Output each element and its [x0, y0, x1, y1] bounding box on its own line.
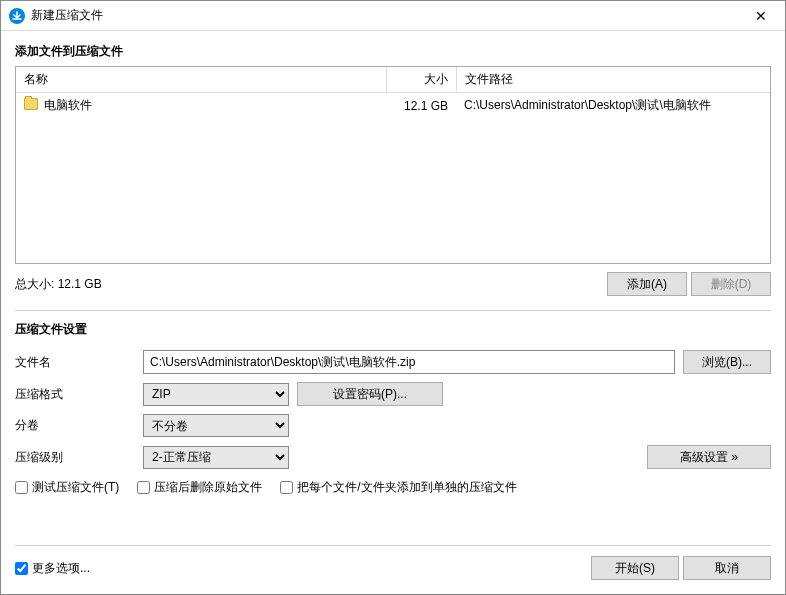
file-name-text: 电脑软件	[44, 98, 92, 112]
split-select[interactable]: 不分卷	[143, 414, 289, 437]
cancel-button[interactable]: 取消	[683, 556, 771, 580]
start-button[interactable]: 开始(S)	[591, 556, 679, 580]
format-select[interactable]: ZIP	[143, 383, 289, 406]
set-password-button[interactable]: 设置密码(P)...	[297, 382, 443, 406]
level-select[interactable]: 2-正常压缩	[143, 446, 289, 469]
file-list[interactable]: 名称 大小 文件路径 电脑软件 12.1 GB C:\Users\Adminis…	[15, 66, 771, 264]
more-options-input[interactable]	[15, 562, 28, 575]
file-list-header: 名称 大小 文件路径	[16, 67, 770, 93]
remove-button: 删除(D)	[691, 272, 771, 296]
file-row[interactable]: 电脑软件 12.1 GB C:\Users\Administrator\Desk…	[16, 93, 770, 119]
filename-input[interactable]	[143, 350, 675, 374]
app-icon	[9, 8, 25, 24]
delete-source-checkbox[interactable]: 压缩后删除原始文件	[137, 479, 262, 496]
file-path: C:\Users\Administrator\Desktop\测试\电脑软件	[456, 93, 770, 119]
window-title: 新建压缩文件	[31, 7, 741, 24]
test-archive-label: 测试压缩文件(T)	[32, 479, 119, 496]
test-archive-input[interactable]	[15, 481, 28, 494]
file-size: 12.1 GB	[386, 93, 456, 119]
dialog-footer: 更多选项... 开始(S) 取消	[1, 535, 785, 594]
titlebar: 新建压缩文件 ✕	[1, 1, 785, 31]
delete-source-input[interactable]	[137, 481, 150, 494]
col-size-header[interactable]: 大小	[386, 67, 456, 93]
divider	[15, 310, 771, 311]
folder-icon	[24, 98, 38, 110]
separate-archives-label: 把每个文件/文件夹添加到单独的压缩文件	[297, 479, 516, 496]
col-name-header[interactable]: 名称	[16, 67, 386, 93]
format-label: 压缩格式	[15, 386, 135, 403]
total-size-label: 总大小: 12.1 GB	[15, 276, 603, 293]
level-label: 压缩级别	[15, 449, 135, 466]
browse-button[interactable]: 浏览(B)...	[683, 350, 771, 374]
col-path-header[interactable]: 文件路径	[456, 67, 770, 93]
footer-divider	[15, 545, 771, 546]
settings-header: 压缩文件设置	[15, 321, 771, 338]
advanced-button[interactable]: 高级设置 »	[647, 445, 771, 469]
split-label: 分卷	[15, 417, 135, 434]
separate-archives-input[interactable]	[280, 481, 293, 494]
separate-archives-checkbox[interactable]: 把每个文件/文件夹添加到单独的压缩文件	[280, 479, 516, 496]
file-name: 电脑软件	[16, 93, 386, 119]
more-options-label: 更多选项...	[32, 560, 90, 577]
add-button[interactable]: 添加(A)	[607, 272, 687, 296]
close-button[interactable]: ✕	[741, 1, 781, 31]
filename-label: 文件名	[15, 354, 135, 371]
more-options-checkbox[interactable]: 更多选项...	[15, 560, 90, 577]
add-files-header: 添加文件到压缩文件	[15, 43, 771, 60]
test-archive-checkbox[interactable]: 测试压缩文件(T)	[15, 479, 119, 496]
delete-source-label: 压缩后删除原始文件	[154, 479, 262, 496]
